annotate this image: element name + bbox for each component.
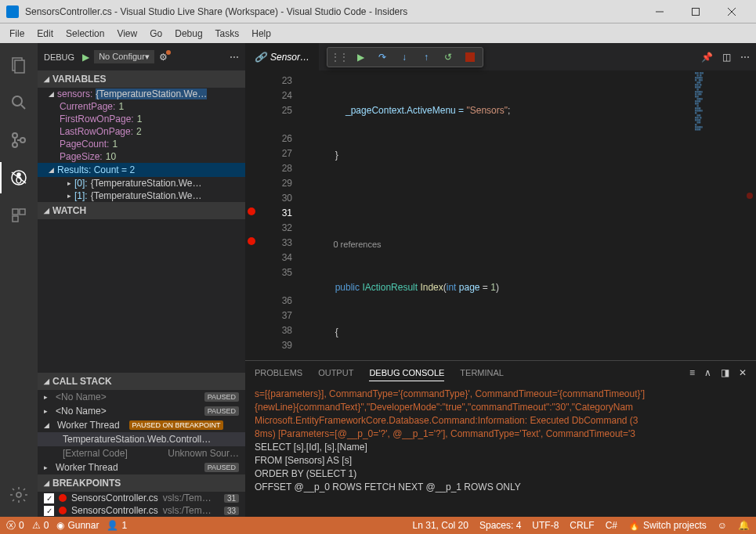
watch-section-header[interactable]: ◢WATCH <box>38 202 245 219</box>
grip-icon[interactable]: ⋮⋮ <box>331 52 348 63</box>
explorer-icon[interactable] <box>0 49 38 81</box>
callstack-item[interactable]: ▸Worker ThreadPAUSED <box>38 460 245 474</box>
pin-icon[interactable]: 📌 <box>701 52 713 63</box>
glyph-margin[interactable] <box>245 70 259 360</box>
var-prop[interactable]: CurrentPage:1 <box>38 100 245 113</box>
var-item[interactable]: ▸[1]:{TemperatureStation.We… <box>38 189 245 202</box>
svg-rect-5 <box>15 60 24 73</box>
callstack-frame[interactable]: [External Code]Unknown Sour… <box>38 446 245 460</box>
status-encoding[interactable]: UTF-8 <box>532 520 559 531</box>
tab-terminal[interactable]: TERMINAL <box>460 365 504 381</box>
menubar: File Edit Selection View Go Debug Tasks … <box>0 23 756 43</box>
status-bell-icon[interactable]: 🔔 <box>738 520 750 531</box>
tab-output[interactable]: OUTPUT <box>318 365 353 381</box>
checkbox-icon[interactable]: ✓ <box>44 506 54 516</box>
svg-point-8 <box>13 133 17 138</box>
breakpoint-glyph[interactable] <box>248 237 255 245</box>
status-cursor[interactable]: Ln 31, Col 20 <box>413 520 468 531</box>
svg-point-6 <box>13 96 22 106</box>
codelens[interactable]: 0 references <box>298 237 693 251</box>
tab-label: Sensor… <box>270 52 309 63</box>
var-root[interactable]: ◢sensors:{TemperatureStation.We… <box>38 88 245 100</box>
extensions-icon[interactable] <box>0 200 38 231</box>
callstack-item[interactable]: ▸<No Name>PAUSED <box>38 404 245 418</box>
editor-tabs: 🔗 Sensor… ⋮⋮ ▶ ↷ ↓ ↑ ↺ 📌 ◫ ⋯ <box>245 43 756 70</box>
status-liveshare[interactable]: ◉ Gunnar <box>56 520 99 531</box>
breakpoints-section-header[interactable]: ◢BREAKPOINTS <box>38 474 245 492</box>
status-indent[interactable]: Spaces: 4 <box>479 520 521 531</box>
debug-settings-icon[interactable]: ⚙ <box>159 52 168 63</box>
search-icon[interactable] <box>0 87 38 118</box>
var-prop[interactable]: FirstRowOnPage:1 <box>38 113 245 125</box>
breakpoint-item[interactable]: ✓SensorsController.csvsls:/Tem…31 <box>38 492 245 504</box>
debug-floating-toolbar[interactable]: ⋮⋮ ▶ ↷ ↓ ↑ ↺ <box>327 47 483 67</box>
debug-toolbar: DEBUG ▶ No Configur▾ ⚙ ⋯ <box>38 43 245 70</box>
titlebar: SensorsController.cs - Visual Studio Liv… <box>0 0 756 23</box>
breakpoint-dot-icon <box>59 507 67 514</box>
breakpoint-glyph[interactable] <box>248 207 255 215</box>
panel-tabs: PROBLEMS OUTPUT DEBUG CONSOLE TERMINAL ≡… <box>245 361 756 384</box>
restart-button[interactable]: ↺ <box>439 49 458 66</box>
debug-config-select[interactable]: No Configur▾ <box>94 50 154 63</box>
var-prop[interactable]: LastRowOnPage:2 <box>38 125 245 138</box>
start-debug-button[interactable]: ▶ <box>82 52 89 63</box>
status-feedback-icon[interactable]: ☺ <box>718 520 727 531</box>
menu-help[interactable]: Help <box>245 26 277 41</box>
step-out-button[interactable]: ↑ <box>417 49 436 66</box>
menu-go[interactable]: Go <box>143 26 168 41</box>
more-icon[interactable]: ⋯ <box>740 52 750 63</box>
breakpoint-item[interactable]: ✓SensorsController.csvsls:/Tem…33 <box>38 504 245 517</box>
menu-debug[interactable]: Debug <box>168 26 208 41</box>
split-editor-icon[interactable]: ◫ <box>722 52 731 63</box>
stop-button[interactable] <box>461 49 479 66</box>
callstack-frame[interactable]: TemperatureStation.Web.Controll… <box>38 432 245 446</box>
step-into-button[interactable]: ↓ <box>395 49 414 66</box>
close-panel-icon[interactable]: ✕ <box>739 367 747 378</box>
menu-view[interactable]: View <box>110 26 143 41</box>
status-warnings[interactable]: ⚠ 0 <box>32 520 49 531</box>
bottom-panel: PROBLEMS OUTPUT DEBUG CONSOLE TERMINAL ≡… <box>245 360 756 517</box>
window-title: SensorsController.cs - Visual Studio Liv… <box>25 6 642 17</box>
collapse-icon[interactable]: ∧ <box>704 367 711 378</box>
status-switch-projects[interactable]: 🔥 Switch projects <box>628 520 707 531</box>
close-button[interactable] <box>714 2 750 21</box>
maximize-button[interactable] <box>678 2 714 21</box>
minimize-button[interactable] <box>642 2 678 21</box>
settings-icon[interactable] <box>0 479 38 511</box>
status-participants[interactable]: 👤 1 <box>107 520 127 531</box>
debug-icon[interactable] <box>0 162 38 193</box>
editor-body[interactable]: 232425 2627282930 3132333435 36373839 _p… <box>245 70 756 360</box>
status-lang[interactable]: C# <box>606 520 617 531</box>
continue-button[interactable]: ▶ <box>351 49 370 66</box>
clear-console-icon[interactable]: ≡ <box>689 367 695 378</box>
var-prop[interactable]: PageSize:10 <box>38 150 245 163</box>
callstack-item[interactable]: ▸<No Name>PAUSED <box>38 390 245 404</box>
status-errors[interactable]: ⓧ 0 <box>6 519 24 532</box>
callstack-section-header[interactable]: ◢CALL STACK <box>38 373 245 390</box>
debug-label: DEBUG <box>44 52 74 62</box>
code-content[interactable]: _pageContext.ActiveMenu = "Sensors"; } 0… <box>298 70 693 360</box>
scm-icon[interactable] <box>0 124 38 156</box>
menu-edit[interactable]: Edit <box>31 26 60 41</box>
status-eol[interactable]: CRLF <box>570 520 594 531</box>
variables-section-header[interactable]: ◢VARIABLES <box>38 70 245 88</box>
menu-selection[interactable]: Selection <box>60 26 110 41</box>
callstack-item[interactable]: ◢Worker ThreadPAUSED ON BREAKPOINT <box>38 418 245 432</box>
minimap[interactable]: ████ ████ ██ ██ ████████ ██ ████ ████ ██… <box>693 70 756 360</box>
maximize-panel-icon[interactable]: ◨ <box>721 367 729 378</box>
console-output[interactable]: s=[{parameters}], CommandType='{commandT… <box>245 384 756 517</box>
menu-file[interactable]: File <box>3 26 31 41</box>
checkbox-icon[interactable]: ✓ <box>44 493 54 503</box>
tab-problems[interactable]: PROBLEMS <box>255 365 302 381</box>
var-prop[interactable]: PageCount:1 <box>38 138 245 150</box>
svg-rect-15 <box>13 209 18 215</box>
step-over-button[interactable]: ↷ <box>373 49 392 66</box>
breakpoint-dot-icon <box>59 494 67 502</box>
var-item[interactable]: ▸[0]:{TemperatureStation.We… <box>38 177 245 189</box>
editor-tab[interactable]: 🔗 Sensor… <box>245 43 319 70</box>
tab-debug-console[interactable]: DEBUG CONSOLE <box>369 365 444 381</box>
menu-tasks[interactable]: Tasks <box>209 26 246 41</box>
var-results[interactable]: ◢Results: Count = 2 <box>38 163 245 177</box>
watch-panel <box>38 219 245 373</box>
line-gutter: 232425 2627282930 3132333435 36373839 <box>259 70 298 360</box>
